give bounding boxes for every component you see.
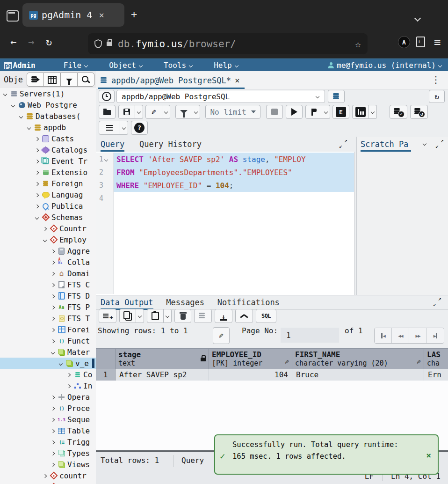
collapse-chevron-icon[interactable] [28, 123, 30, 132]
expand-icon[interactable] [435, 139, 444, 148]
code-line-3[interactable]: WHERE "EMPLOYEE_ID" = 104; [114, 179, 354, 192]
adblock-badge-icon[interactable]: A [398, 36, 410, 48]
forward-button[interactable]: → [28, 36, 34, 48]
grid-cell[interactable]: After SAVEP sp2 [116, 369, 209, 381]
execute-options-button[interactable] [305, 105, 322, 119]
kebab-menu-icon[interactable]: ⋮ [431, 74, 441, 85]
tab-messages[interactable]: Messages [166, 296, 204, 308]
expand-chevron-icon[interactable] [67, 370, 70, 379]
collapse-chevron-icon[interactable] [12, 101, 14, 110]
column-header-stage[interactable]: stagetext [116, 349, 209, 369]
first-page-button[interactable]: ◀ [375, 328, 392, 343]
tree-item-countr[interactable]: Countr [0, 223, 96, 234]
explain-analyze-options-caret[interactable] [369, 105, 377, 119]
execute-options-options-caret[interactable] [322, 105, 330, 119]
scratch-pad-body[interactable] [357, 152, 448, 295]
tree-item-aggre[interactable]: Aggre [0, 245, 96, 257]
tree-item-extensio[interactable]: Extensio [0, 167, 96, 178]
new-tab-button[interactable]: + [131, 8, 137, 20]
filter-options-caret[interactable] [192, 105, 200, 119]
tree-item-appdb[interactable]: appdb [0, 122, 96, 133]
search-button[interactable] [78, 73, 94, 86]
expand-chevron-icon[interactable] [36, 157, 38, 166]
paste-button[interactable] [147, 309, 164, 323]
sql-editor[interactable]: 1234 SELECT 'After SAVEP sp2' AS stage, … [96, 152, 354, 295]
tree-item-publica[interactable]: Publica [0, 200, 96, 212]
column-header-las[interactable]: LAScha [424, 349, 448, 369]
expand-chevron-icon[interactable] [51, 292, 54, 301]
graph-button[interactable] [235, 309, 253, 323]
tree-item-forei[interactable]: Forei [0, 324, 96, 335]
next-page-button[interactable]: ▶▶ [409, 328, 426, 343]
expand-chevron-icon[interactable] [51, 460, 54, 469]
collapse-chevron-icon[interactable] [20, 112, 22, 121]
lock-icon[interactable] [107, 42, 112, 46]
filtered-rows-button[interactable] [61, 73, 78, 86]
page-number-input[interactable] [281, 328, 339, 343]
save-file-button[interactable] [215, 309, 232, 323]
expand-chevron-icon[interactable] [51, 303, 54, 312]
browser-tab[interactable]: pg pgAdmin 4 × [22, 3, 124, 27]
url-bar[interactable]: db.fymio.us/browser/ ☆ [88, 33, 368, 54]
tree-item-databases-[interactable]: Databases( [0, 110, 96, 122]
tab-overview-icon[interactable] [7, 10, 19, 22]
sql-button[interactable]: SQL [256, 309, 276, 323]
tree-item-funct[interactable]: ()Funct [0, 335, 96, 346]
tree-item-languag[interactable]: Languag [0, 189, 96, 200]
expand-chevron-icon[interactable] [36, 134, 38, 143]
tree-item-table[interactable]: Table [0, 425, 96, 436]
tab-close-icon[interactable]: × [99, 10, 104, 20]
new-connection-button[interactable] [328, 90, 345, 103]
help-button[interactable]: ? [131, 121, 148, 135]
expand-chevron-icon[interactable] [51, 393, 54, 402]
tree-item-domai[interactable]: ⌂Domai [0, 268, 96, 279]
filter-button[interactable] [175, 105, 192, 119]
copy-button[interactable] [119, 309, 136, 323]
row-number-cell[interactable]: 1 [96, 369, 116, 381]
query-history-clock-button[interactable] [99, 90, 115, 103]
grid-cell[interactable]: 104 [209, 369, 292, 381]
column-header-employee_id[interactable]: EMPLOYEE_ID[PK] integer✎ [209, 349, 292, 369]
shield-icon[interactable] [94, 39, 102, 48]
tab-data-output[interactable]: Data Output [101, 296, 153, 310]
tab-list-chevron-icon[interactable] [415, 13, 420, 22]
expand-chevron-icon[interactable] [36, 146, 38, 154]
edit-page-button[interactable] [213, 327, 230, 344]
bookmark-star-icon[interactable]: ☆ [355, 38, 361, 50]
tree-item[interactable] [0, 481, 96, 484]
tree-item-in[interactable]: In [0, 380, 96, 391]
tree-item-views[interactable]: Views [0, 459, 96, 470]
menu-help[interactable]: Help [214, 61, 238, 70]
collapse-chevron-icon[interactable] [59, 359, 62, 368]
folder-open-button[interactable] [99, 105, 116, 119]
expand-chevron-icon[interactable] [51, 449, 54, 458]
pencil-button[interactable] [145, 105, 162, 119]
tree-item-countr[interactable]: countr [0, 470, 96, 481]
query-tool-button[interactable] [27, 73, 44, 86]
menu-file[interactable]: File [64, 61, 88, 70]
expand-chevron-icon[interactable] [51, 280, 54, 289]
tree-item-fts-c[interactable]: FTS C [0, 279, 96, 290]
reload-button[interactable]: ↻ [46, 36, 52, 48]
pencil-options-caret[interactable] [162, 105, 170, 119]
collapse-chevron-icon[interactable] [51, 348, 54, 357]
tab-query[interactable]: Query [101, 138, 124, 152]
expand-chevron-icon[interactable] [51, 426, 54, 435]
tree-item-schemas[interactable]: Schemas [0, 212, 96, 223]
tree-item-types[interactable]: Types [0, 447, 96, 459]
save-options-caret[interactable] [135, 105, 143, 119]
connection-select[interactable]: appdb/app@Web PostgreSQL [116, 90, 325, 103]
back-button[interactable]: ← [10, 36, 16, 48]
macro-list-button[interactable] [99, 121, 120, 135]
expand-chevron-icon[interactable] [51, 269, 54, 278]
fold-chevron-icon[interactable] [105, 155, 108, 163]
code-line-1[interactable]: SELECT 'After SAVEP sp2' AS stage, "EMPL… [114, 153, 354, 166]
last-page-button[interactable]: ▶ [426, 328, 444, 343]
code-line-4[interactable] [114, 192, 354, 205]
expand-chevron-icon[interactable] [51, 247, 54, 256]
tab-query-history[interactable]: Query History [139, 138, 202, 150]
expand-chevron-icon[interactable] [51, 337, 54, 345]
user-menu[interactable]: me@fymio.us (internal) [328, 61, 441, 70]
paste-options-caret[interactable] [164, 309, 172, 323]
copy-options-caret[interactable] [136, 309, 144, 323]
